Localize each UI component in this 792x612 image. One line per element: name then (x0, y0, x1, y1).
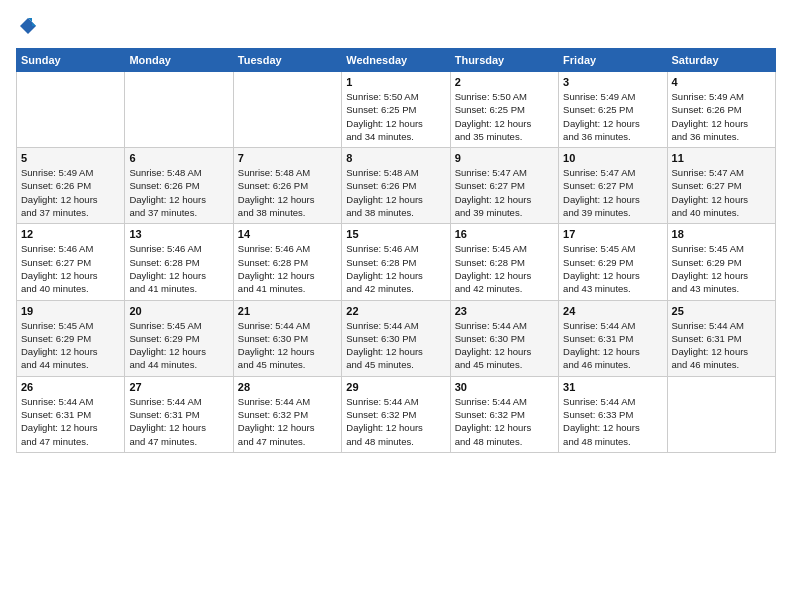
day-info: Sunrise: 5:44 AMSunset: 6:30 PMDaylight:… (346, 319, 445, 372)
day-info: Sunrise: 5:45 AMSunset: 6:29 PMDaylight:… (21, 319, 120, 372)
page-header (16, 16, 776, 36)
calendar-cell: 12Sunrise: 5:46 AMSunset: 6:27 PMDayligh… (17, 224, 125, 300)
calendar-cell: 28Sunrise: 5:44 AMSunset: 6:32 PMDayligh… (233, 376, 341, 452)
day-info: Sunrise: 5:44 AMSunset: 6:33 PMDaylight:… (563, 395, 662, 448)
day-number: 2 (455, 76, 554, 88)
day-number: 8 (346, 152, 445, 164)
day-info: Sunrise: 5:44 AMSunset: 6:31 PMDaylight:… (129, 395, 228, 448)
day-info: Sunrise: 5:44 AMSunset: 6:31 PMDaylight:… (563, 319, 662, 372)
day-header-saturday: Saturday (667, 49, 775, 72)
calendar-cell: 9Sunrise: 5:47 AMSunset: 6:27 PMDaylight… (450, 148, 558, 224)
day-number: 31 (563, 381, 662, 393)
day-number: 14 (238, 228, 337, 240)
calendar-cell (125, 72, 233, 148)
day-info: Sunrise: 5:47 AMSunset: 6:27 PMDaylight:… (563, 166, 662, 219)
day-info: Sunrise: 5:44 AMSunset: 6:30 PMDaylight:… (238, 319, 337, 372)
calendar-cell: 21Sunrise: 5:44 AMSunset: 6:30 PMDayligh… (233, 300, 341, 376)
day-header-friday: Friday (559, 49, 667, 72)
day-header-monday: Monday (125, 49, 233, 72)
day-info: Sunrise: 5:46 AMSunset: 6:28 PMDaylight:… (238, 242, 337, 295)
day-number: 9 (455, 152, 554, 164)
day-number: 3 (563, 76, 662, 88)
day-number: 1 (346, 76, 445, 88)
day-number: 11 (672, 152, 771, 164)
calendar-cell (17, 72, 125, 148)
day-number: 16 (455, 228, 554, 240)
day-number: 21 (238, 305, 337, 317)
day-number: 28 (238, 381, 337, 393)
day-header-wednesday: Wednesday (342, 49, 450, 72)
calendar-cell: 27Sunrise: 5:44 AMSunset: 6:31 PMDayligh… (125, 376, 233, 452)
calendar-cell: 15Sunrise: 5:46 AMSunset: 6:28 PMDayligh… (342, 224, 450, 300)
day-number: 13 (129, 228, 228, 240)
day-number: 18 (672, 228, 771, 240)
day-info: Sunrise: 5:50 AMSunset: 6:25 PMDaylight:… (455, 90, 554, 143)
day-number: 25 (672, 305, 771, 317)
logo-icon (18, 16, 38, 36)
calendar-cell: 6Sunrise: 5:48 AMSunset: 6:26 PMDaylight… (125, 148, 233, 224)
calendar-week-4: 19Sunrise: 5:45 AMSunset: 6:29 PMDayligh… (17, 300, 776, 376)
day-header-sunday: Sunday (17, 49, 125, 72)
calendar-cell: 10Sunrise: 5:47 AMSunset: 6:27 PMDayligh… (559, 148, 667, 224)
day-number: 19 (21, 305, 120, 317)
day-number: 10 (563, 152, 662, 164)
day-info: Sunrise: 5:46 AMSunset: 6:28 PMDaylight:… (346, 242, 445, 295)
day-info: Sunrise: 5:48 AMSunset: 6:26 PMDaylight:… (129, 166, 228, 219)
day-info: Sunrise: 5:47 AMSunset: 6:27 PMDaylight:… (672, 166, 771, 219)
calendar-cell: 17Sunrise: 5:45 AMSunset: 6:29 PMDayligh… (559, 224, 667, 300)
day-number: 30 (455, 381, 554, 393)
calendar-cell: 5Sunrise: 5:49 AMSunset: 6:26 PMDaylight… (17, 148, 125, 224)
calendar-cell: 24Sunrise: 5:44 AMSunset: 6:31 PMDayligh… (559, 300, 667, 376)
calendar-cell: 7Sunrise: 5:48 AMSunset: 6:26 PMDaylight… (233, 148, 341, 224)
day-number: 15 (346, 228, 445, 240)
day-header-thursday: Thursday (450, 49, 558, 72)
calendar-week-1: 1Sunrise: 5:50 AMSunset: 6:25 PMDaylight… (17, 72, 776, 148)
calendar-header-row: SundayMondayTuesdayWednesdayThursdayFrid… (17, 49, 776, 72)
day-info: Sunrise: 5:45 AMSunset: 6:28 PMDaylight:… (455, 242, 554, 295)
calendar-cell: 13Sunrise: 5:46 AMSunset: 6:28 PMDayligh… (125, 224, 233, 300)
day-info: Sunrise: 5:48 AMSunset: 6:26 PMDaylight:… (238, 166, 337, 219)
day-number: 22 (346, 305, 445, 317)
day-number: 17 (563, 228, 662, 240)
day-info: Sunrise: 5:46 AMSunset: 6:27 PMDaylight:… (21, 242, 120, 295)
day-info: Sunrise: 5:45 AMSunset: 6:29 PMDaylight:… (672, 242, 771, 295)
day-info: Sunrise: 5:49 AMSunset: 6:26 PMDaylight:… (21, 166, 120, 219)
day-info: Sunrise: 5:49 AMSunset: 6:25 PMDaylight:… (563, 90, 662, 143)
day-number: 5 (21, 152, 120, 164)
day-info: Sunrise: 5:49 AMSunset: 6:26 PMDaylight:… (672, 90, 771, 143)
day-number: 6 (129, 152, 228, 164)
calendar-cell: 18Sunrise: 5:45 AMSunset: 6:29 PMDayligh… (667, 224, 775, 300)
calendar-cell: 16Sunrise: 5:45 AMSunset: 6:28 PMDayligh… (450, 224, 558, 300)
day-info: Sunrise: 5:47 AMSunset: 6:27 PMDaylight:… (455, 166, 554, 219)
day-info: Sunrise: 5:44 AMSunset: 6:32 PMDaylight:… (346, 395, 445, 448)
calendar-cell: 2Sunrise: 5:50 AMSunset: 6:25 PMDaylight… (450, 72, 558, 148)
day-number: 4 (672, 76, 771, 88)
day-number: 26 (21, 381, 120, 393)
day-number: 23 (455, 305, 554, 317)
calendar-table: SundayMondayTuesdayWednesdayThursdayFrid… (16, 48, 776, 453)
calendar-week-2: 5Sunrise: 5:49 AMSunset: 6:26 PMDaylight… (17, 148, 776, 224)
calendar-cell: 29Sunrise: 5:44 AMSunset: 6:32 PMDayligh… (342, 376, 450, 452)
calendar-cell: 8Sunrise: 5:48 AMSunset: 6:26 PMDaylight… (342, 148, 450, 224)
calendar-cell: 22Sunrise: 5:44 AMSunset: 6:30 PMDayligh… (342, 300, 450, 376)
calendar-cell: 31Sunrise: 5:44 AMSunset: 6:33 PMDayligh… (559, 376, 667, 452)
day-info: Sunrise: 5:44 AMSunset: 6:31 PMDaylight:… (672, 319, 771, 372)
calendar-cell: 19Sunrise: 5:45 AMSunset: 6:29 PMDayligh… (17, 300, 125, 376)
day-info: Sunrise: 5:45 AMSunset: 6:29 PMDaylight:… (563, 242, 662, 295)
calendar-week-5: 26Sunrise: 5:44 AMSunset: 6:31 PMDayligh… (17, 376, 776, 452)
calendar-cell (233, 72, 341, 148)
calendar-cell (667, 376, 775, 452)
day-info: Sunrise: 5:44 AMSunset: 6:32 PMDaylight:… (455, 395, 554, 448)
day-number: 7 (238, 152, 337, 164)
day-number: 24 (563, 305, 662, 317)
calendar-cell: 26Sunrise: 5:44 AMSunset: 6:31 PMDayligh… (17, 376, 125, 452)
day-number: 12 (21, 228, 120, 240)
day-number: 20 (129, 305, 228, 317)
day-info: Sunrise: 5:44 AMSunset: 6:31 PMDaylight:… (21, 395, 120, 448)
day-number: 27 (129, 381, 228, 393)
calendar-cell: 3Sunrise: 5:49 AMSunset: 6:25 PMDaylight… (559, 72, 667, 148)
logo (16, 16, 38, 36)
day-info: Sunrise: 5:45 AMSunset: 6:29 PMDaylight:… (129, 319, 228, 372)
day-info: Sunrise: 5:44 AMSunset: 6:30 PMDaylight:… (455, 319, 554, 372)
calendar-cell: 4Sunrise: 5:49 AMSunset: 6:26 PMDaylight… (667, 72, 775, 148)
